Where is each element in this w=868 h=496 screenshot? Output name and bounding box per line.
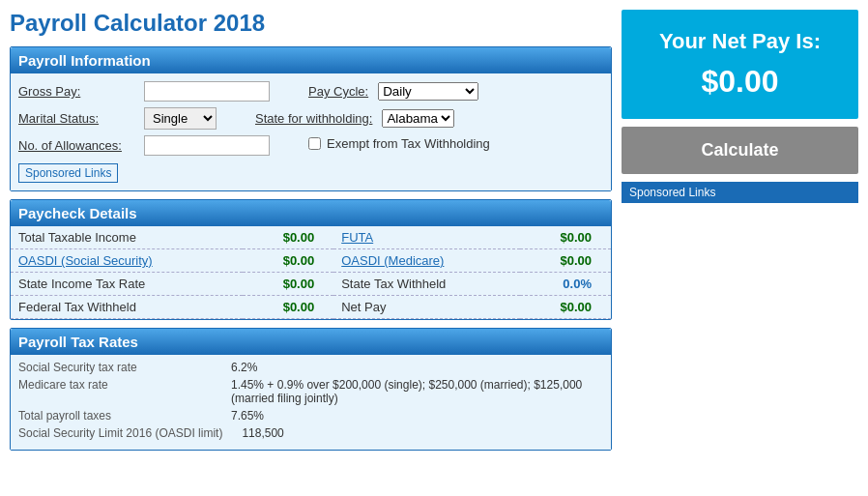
total-payroll-taxes-value: 7.65% [231,409,264,423]
state-tax-withheld-value: 0.0% [520,273,611,296]
futa-value: $0.00 [520,226,611,249]
ss-limit-label: Social Security Limit 2016 (OASDI limit) [18,426,222,440]
oasdi-medicare-label[interactable]: OASDI (Medicare) [333,249,520,273]
medicare-tax-rate-label: Medicare tax rate [18,378,212,405]
table-row: State Income Tax Rate $0.00 State Tax Wi… [11,273,611,296]
marital-status-select[interactable]: Single Married [144,107,217,130]
paycheck-details-section: Paycheck Details Total Taxable Income $0… [10,199,612,320]
futa-label[interactable]: FUTA [333,226,520,249]
net-pay-box: Your Net Pay Is: $0.00 [622,10,858,119]
exempt-label: Exempt from Tax Withholding [327,136,490,151]
oasdi-social-security-value: $0.00 [243,249,333,273]
tax-rates-section: Payroll Tax Rates Social Security tax ra… [10,328,612,451]
table-row: Federal Tax Withheld $0.00 Net Pay $0.00 [11,296,611,319]
federal-tax-withheld-label: Federal Tax Withheld [11,296,243,319]
net-pay-display: $0.00 [631,64,849,100]
list-item: Social Security tax rate 6.2% [18,361,603,374]
payroll-info-header: Payroll Information [11,47,611,73]
paycheck-details-table: Total Taxable Income $0.00 FUTA $0.00 OA… [11,226,611,319]
marital-status-label: Marital Status: [18,111,134,126]
calculate-button[interactable]: Calculate [622,127,858,174]
list-item: Total payroll taxes 7.65% [18,409,603,423]
no-of-allowances-label: No. of Allowances: [18,138,134,153]
exempt-checkbox[interactable] [308,137,321,150]
state-tax-withheld-label: State Tax Withheld [333,273,520,296]
medicare-tax-rate-value: 1.45% + 0.9% over $200,000 (single); $25… [231,378,603,405]
table-row: OASDI (Social Security) $0.00 OASDI (Med… [11,249,611,273]
table-row: Total Taxable Income $0.00 FUTA $0.00 [11,226,611,249]
pay-cycle-label: Pay Cycle: [308,84,368,99]
total-taxable-income-value: $0.00 [243,226,333,249]
tax-rates-header: Payroll Tax Rates [11,329,611,355]
list-item: Social Security Limit 2016 (OASDI limit)… [18,426,603,440]
pay-cycle-select[interactable]: Daily Weekly Bi-Weekly Semi-Monthly Mont… [378,82,478,101]
net-pay-heading: Your Net Pay Is: [631,29,849,54]
sponsored-links-left[interactable]: Sponsored Links [18,163,118,183]
page-title: Payroll Calculator 2018 [10,10,612,37]
oasdi-social-security-label[interactable]: OASDI (Social Security) [11,249,243,273]
net-pay-label: Net Pay [333,296,520,319]
federal-tax-withheld-value: $0.00 [243,296,333,319]
gross-pay-label: Gross Pay: [18,84,134,99]
ss-limit-value: 118,500 [242,426,283,440]
net-pay-table-value: $0.00 [520,296,611,319]
state-income-tax-rate-value: $0.00 [243,273,333,296]
state-withholding-label: State for withholding: [255,111,372,126]
paycheck-details-header: Paycheck Details [11,200,611,226]
oasdi-medicare-value: $0.00 [520,249,611,273]
state-withholding-select[interactable]: Alabama Alaska Arizona [382,109,454,128]
payroll-info-section: Payroll Information Gross Pay: Pay Cycle… [10,46,612,191]
total-taxable-income-label: Total Taxable Income [11,226,243,249]
gross-pay-input[interactable] [144,81,270,102]
no-of-allowances-input[interactable] [144,135,270,156]
total-payroll-taxes-label: Total payroll taxes [18,409,212,423]
list-item: Medicare tax rate 1.45% + 0.9% over $200… [18,378,603,405]
ss-tax-rate-value: 6.2% [231,361,257,374]
state-income-tax-rate-label: State Income Tax Rate [11,273,243,296]
sponsored-links-right: Sponsored Links [622,182,858,203]
ss-tax-rate-label: Social Security tax rate [18,361,212,374]
